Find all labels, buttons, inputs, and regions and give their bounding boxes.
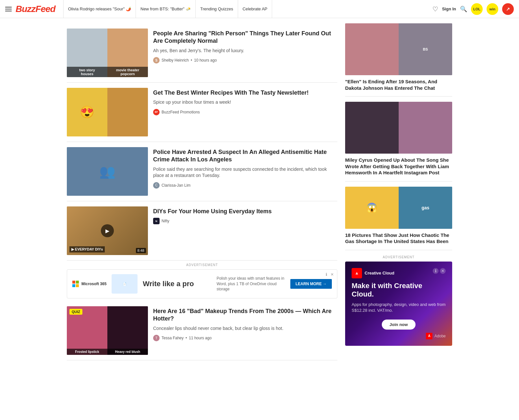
- logo[interactable]: BuzzFeed: [16, 4, 55, 14]
- sidebar-article-title[interactable]: 18 Pictures That Show Just How Chaotic T…: [345, 232, 452, 245]
- ad-container: ℹ ✕ Microsoft 365 📄 Write like a pro Pol…: [67, 269, 337, 298]
- search-icon[interactable]: 🔍: [460, 6, 467, 13]
- ad-label: ADVERTISEMENT: [67, 263, 337, 267]
- article-desc: Spice up your inbox four times a week!: [153, 99, 337, 106]
- ad-cta-button[interactable]: LEARN MORE →: [290, 279, 332, 289]
- article-content: People Are Sharing "Rich Person" Things …: [153, 29, 337, 77]
- hamburger-menu[interactable]: [5, 7, 12, 11]
- nav-item-celebrate[interactable]: Celebrate AP: [238, 0, 272, 18]
- article-card-police: 👥 Police Have Arrested A Suspect In An A…: [67, 142, 337, 201]
- author-name: BuzzFeed Promotions: [162, 110, 200, 114]
- author-avatar: T: [153, 335, 160, 341]
- article-desc: Ah yes, Ben and Jerry's. The height of l…: [153, 48, 337, 54]
- article-content: Get The Best Winter Recipes With The Tas…: [153, 88, 337, 136]
- ad-brand-logo: Microsoft 365: [72, 281, 106, 287]
- trending-badge[interactable]: ↗: [502, 3, 514, 15]
- author-name: Nifty: [162, 219, 169, 223]
- cc-ad-headline: Make it with Creative Cloud.: [352, 282, 446, 299]
- article-thumbnail[interactable]: two storyhouses movie theaterpopcorn: [67, 29, 148, 77]
- author-separator: •: [191, 58, 192, 63]
- buzzfeed-logo-icon: BF: [153, 109, 160, 115]
- article-title[interactable]: People Are Sharing "Rich Person" Things …: [153, 30, 337, 45]
- quiz-badge: QUIZ: [69, 309, 82, 315]
- header: BuzzFeed Olivia Rodrigo releases "Sour" …: [0, 0, 519, 18]
- cc-ad-cta-button[interactable]: Join now: [382, 320, 416, 330]
- author-name: Shelby Heinrich: [162, 58, 189, 63]
- creative-cloud-icon: [352, 268, 362, 278]
- article-time: 11 hours ago: [189, 336, 211, 340]
- article-title[interactable]: Get The Best Winter Recipes With The Tas…: [153, 89, 337, 97]
- main-layout: two storyhouses movie theaterpopcorn Peo…: [62, 18, 457, 366]
- article-title[interactable]: DIYs For Your Home Using Everyday Items: [153, 208, 337, 215]
- win-badge[interactable]: win: [487, 3, 498, 15]
- article-content: DIYs For Your Home Using Everyday Items …: [153, 206, 337, 255]
- ad-info-icon[interactable]: ℹ: [326, 272, 327, 277]
- heart-icon[interactable]: ♡: [432, 5, 438, 13]
- advertisement-block: ADVERTISEMENT ℹ ✕ Microsoft 365 📄 Write …: [67, 263, 337, 298]
- ad-info-icon[interactable]: ℹ: [433, 268, 439, 274]
- cc-ad-subtext: Apps for photography, design, video and …: [352, 302, 446, 313]
- article-thumbnail[interactable]: 👥: [67, 147, 148, 196]
- ad-close-icon[interactable]: ✕: [440, 268, 446, 274]
- sidebar-article-gas: 😱 gas 18 Pictures That Show Just How Cha…: [345, 187, 452, 250]
- video-duration: 8:48: [136, 248, 146, 253]
- cc-logo-row: Creative Cloud: [352, 268, 394, 278]
- sidebar-article-ellen: BS "Ellen" Is Ending After 19 Seasons, A…: [345, 23, 452, 97]
- article-author-row: T Tessa Fahey • 11 hours ago: [153, 335, 337, 341]
- feed: two storyhouses movie theaterpopcorn Peo…: [67, 23, 337, 360]
- nav-item-olivia[interactable]: Olivia Rodrigo releases "Sour" 🌶️: [64, 0, 136, 18]
- nifty-logo-icon: N: [153, 218, 160, 224]
- article-thumbnail[interactable]: 😍: [67, 88, 148, 136]
- creative-cloud-ad: Creative Cloud ℹ ✕ Make it with Creative…: [345, 262, 452, 346]
- sidebar-thumbnail[interactable]: [345, 102, 452, 154]
- author-avatar: S: [153, 57, 160, 64]
- author-separator: •: [186, 336, 187, 340]
- sidebar-article-miley: Miley Cyrus Opened Up About The Song She…: [345, 102, 452, 181]
- article-card-rich-person: two storyhouses movie theaterpopcorn Peo…: [67, 23, 337, 83]
- ad-headline: Write like a pro: [143, 280, 211, 288]
- lol-badge[interactable]: LOL: [471, 3, 483, 15]
- article-card-tasty: 😍 Get The Best Winter Recipes With The T…: [67, 83, 337, 142]
- signin-button[interactable]: Sign In: [442, 6, 456, 11]
- article-card-makeup: Frosted lipstick Heavy red blush QUIZ He…: [67, 301, 337, 360]
- article-thumbnail[interactable]: ▶ EVERYDAY DIYs ▶ 8:48: [67, 206, 148, 255]
- article-author-row: C Clarissa-Jan Lim: [153, 182, 337, 189]
- article-desc: Police said they are searching for more …: [153, 166, 337, 179]
- sidebar-article-title[interactable]: "Ellen" Is Ending After 19 Seasons, And …: [345, 78, 452, 91]
- nav-item-bts[interactable]: New from BTS: "Butter" 🧈: [136, 0, 196, 18]
- sidebar-ad-label: ADVERTISEMENT: [345, 255, 452, 259]
- ad-image-placeholder: 📄: [112, 274, 138, 294]
- cc-brand-name: Creative Cloud: [365, 271, 394, 275]
- ad-close-icon[interactable]: ✕: [331, 272, 334, 277]
- adobe-logo-icon: A: [426, 333, 432, 339]
- article-desc: Concealer lips should never come back, b…: [153, 325, 337, 332]
- article-content: Here Are 16 "Bad" Makeup Trends From The…: [153, 306, 337, 355]
- nav-item-quizzes[interactable]: Trending Quizzes: [196, 0, 238, 18]
- adobe-branding: A Adobe: [426, 333, 446, 339]
- sidebar-article-title[interactable]: Miley Cyrus Opened Up About The Song She…: [345, 157, 452, 176]
- sidebar-thumbnail[interactable]: BS: [345, 23, 452, 75]
- author-avatar: C: [153, 182, 160, 189]
- author-name: Clarissa-Jan Lim: [162, 183, 190, 188]
- video-play-icon: ▶: [101, 224, 114, 237]
- sidebar-thumbnail[interactable]: 😱 gas: [345, 187, 452, 229]
- top-nav: Olivia Rodrigo releases "Sour" 🌶️ New fr…: [63, 0, 432, 18]
- article-thumbnail[interactable]: Frosted lipstick Heavy red blush QUIZ: [67, 306, 148, 355]
- article-author-row: BF BuzzFeed Promotions: [153, 109, 337, 115]
- sidebar: BS "Ellen" Is Ending After 19 Seasons, A…: [345, 23, 452, 360]
- article-content: Police Have Arrested A Suspect In An All…: [153, 147, 337, 196]
- ad-subtext: Polish your ideas with smart features in…: [217, 276, 285, 292]
- article-card-diy: ▶ EVERYDAY DIYs ▶ 8:48 DIYs For Your Hom…: [67, 201, 337, 261]
- article-title[interactable]: Police Have Arrested A Suspect In An All…: [153, 148, 337, 164]
- article-author-row: N Nifty: [153, 218, 337, 224]
- article-title[interactable]: Here Are 16 "Bad" Makeup Trends From The…: [153, 308, 337, 323]
- article-author-row: S Shelby Heinrich • 10 hours ago: [153, 57, 337, 64]
- author-name: Tessa Fahey: [162, 336, 184, 340]
- article-time: 10 hours ago: [194, 58, 217, 63]
